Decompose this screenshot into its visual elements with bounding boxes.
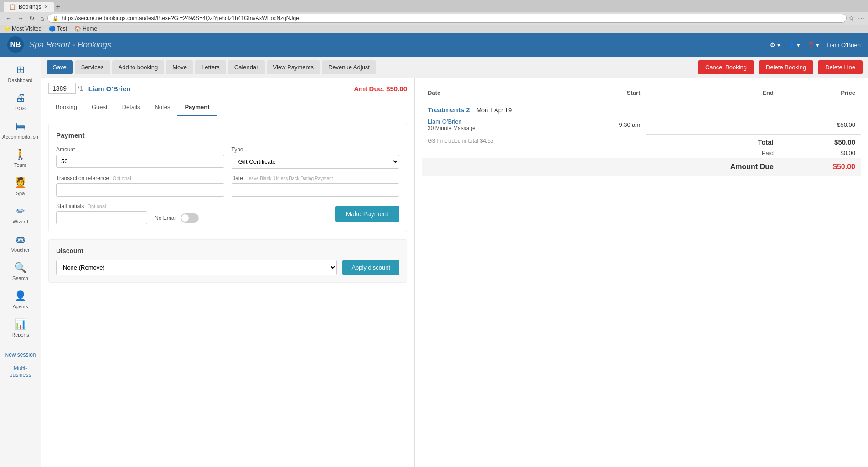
toggle-slider	[181, 213, 199, 223]
booking-guest-link[interactable]: Liam O'Brien	[88, 85, 131, 93]
tab-close-btn[interactable]: ✕	[44, 4, 48, 10]
search-icon: 🔍	[14, 262, 26, 274]
paid-row: Paid $0.00	[422, 148, 861, 158]
sidebar-new-session[interactable]: New session	[0, 349, 41, 361]
apply-discount-button[interactable]: Apply discount	[342, 260, 399, 275]
guest-service-row: Liam O'Brien 30 Minute Massage 9:30 am $…	[422, 115, 861, 134]
bookmark-most-visited[interactable]: ⭐ Most Visited	[4, 26, 41, 32]
view-payments-button[interactable]: View Payments	[267, 60, 320, 74]
url-text: https://secure.netbookings.com.au/test/B…	[62, 15, 842, 21]
letters-button[interactable]: Letters	[195, 60, 226, 74]
top-navbar: NB Spa Resort - Bookings ⚙ ▾ 👤 ▾ ❓ ▾ Lia…	[0, 33, 868, 57]
sidebar-label-accommodation: Accommodation	[2, 134, 38, 140]
left-panel: 1389 /1 Liam O'Brien Amt Due: $50.00 Boo…	[41, 78, 415, 467]
sidebar: ⊞ Dashboard 🖨 POS 🛏 Accommodation 🚶 Tour…	[0, 57, 41, 467]
sidebar-multi-business[interactable]: Multi-business	[0, 363, 41, 381]
col-price: Price	[779, 86, 861, 100]
col-end: End	[646, 86, 779, 100]
add-to-booking-button[interactable]: Add to booking	[112, 60, 165, 74]
type-select[interactable]: Gift Certificate Cash Credit Card Vouche…	[232, 155, 400, 169]
guest-name-link[interactable]: Liam O'Brien	[428, 118, 561, 125]
sidebar-item-search[interactable]: 🔍 Search	[0, 258, 41, 285]
revenue-adjust-button[interactable]: Revenue Adjust	[322, 60, 376, 74]
app-logo: NB	[7, 36, 24, 53]
discount-title: Discount	[56, 247, 399, 254]
paid-value: $0.00	[779, 148, 861, 158]
staff-initials-input[interactable]	[56, 211, 147, 224]
save-button[interactable]: Save	[46, 60, 73, 74]
user-icon[interactable]: 👤 ▾	[788, 42, 800, 48]
voucher-icon: 🎟	[16, 234, 26, 245]
no-email-group: No Email	[155, 213, 199, 223]
date-group: Date Leave Blank, Unless Back Dating Pay…	[232, 175, 400, 197]
tab-payment[interactable]: Payment	[177, 99, 217, 116]
user-name: Liam O'Brien	[827, 42, 861, 48]
bookmark-test[interactable]: 🔵 Test	[49, 26, 67, 32]
tab-details[interactable]: Details	[115, 99, 148, 116]
help-icon[interactable]: ❓ ▾	[807, 42, 820, 48]
sidebar-label-voucher: Voucher	[11, 247, 29, 253]
action-bar: Save Services Add to booking Move Letter…	[41, 57, 868, 78]
action-bar-right: Cancel Booking Delete Booking Delete Lin…	[696, 60, 863, 74]
app-container: ⊞ Dashboard 🖨 POS 🛏 Accommodation 🚶 Tour…	[0, 57, 868, 467]
address-bar[interactable]: 🔒 https://secure.netbookings.com.au/test…	[47, 14, 847, 23]
delete-line-button[interactable]: Delete Line	[818, 60, 863, 74]
amount-input[interactable]	[56, 155, 224, 168]
agents-icon: 👤	[14, 290, 26, 302]
browser-tab-1[interactable]: 📋 Bookings ✕	[4, 2, 54, 12]
sidebar-label-pos: POS	[15, 106, 26, 111]
sidebar-item-wizard[interactable]: ✏ Wizard	[0, 202, 41, 228]
services-button[interactable]: Services	[75, 60, 110, 74]
paid-label: Paid	[646, 148, 779, 158]
sidebar-item-accommodation[interactable]: 🛏 Accommodation	[0, 117, 41, 143]
no-email-toggle[interactable]	[181, 213, 199, 223]
staff-group: Staff initials Optional	[56, 203, 147, 224]
discount-select[interactable]: None (Remove) 10% 15% 20%	[56, 260, 337, 275]
bookmark-home[interactable]: 🏠 Home	[74, 26, 97, 32]
tab-booking[interactable]: Booking	[48, 99, 84, 116]
sidebar-item-voucher[interactable]: 🎟 Voucher	[0, 230, 41, 256]
date-input[interactable]	[232, 183, 400, 197]
sidebar-item-pos[interactable]: 🖨 POS	[0, 88, 41, 115]
booking-tabs: Booking Guest Details Notes Payment	[41, 99, 414, 116]
delete-booking-button[interactable]: Delete Booking	[759, 60, 813, 74]
move-button[interactable]: Move	[166, 60, 193, 74]
sidebar-item-reports[interactable]: 📊 Reports	[0, 315, 41, 341]
date-label: Date Leave Blank, Unless Back Dating Pay…	[232, 175, 400, 182]
bookmark-star-icon[interactable]: ☆	[848, 15, 854, 22]
transaction-input[interactable]	[56, 183, 224, 197]
sidebar-label-wizard: Wizard	[12, 219, 28, 224]
forward-btn[interactable]: →	[16, 14, 26, 23]
discount-section: Discount None (Remove) 10% 15% 20% Apply…	[48, 239, 407, 283]
sidebar-item-agents[interactable]: 👤 Agents	[0, 286, 41, 313]
type-label: Type	[232, 146, 400, 153]
type-group: Type Gift Certificate Cash Credit Card V…	[232, 146, 400, 169]
booking-header: 1389 /1 Liam O'Brien Amt Due: $50.00	[41, 78, 414, 99]
lock-icon: 🔒	[52, 16, 59, 21]
cancel-booking-button[interactable]: Cancel Booking	[698, 60, 754, 74]
total-value-cell: $50.00	[779, 134, 861, 148]
sidebar-item-tours[interactable]: 🚶 Tours	[0, 145, 41, 171]
new-tab-button[interactable]: +	[56, 3, 60, 11]
amount-type-row: Amount Type Gift Certificate Cash Credit…	[56, 146, 399, 169]
service-price: $50.00	[779, 115, 861, 134]
calendar-button[interactable]: Calendar	[228, 60, 265, 74]
main-content: Save Services Add to booking Move Letter…	[41, 57, 868, 467]
sidebar-item-spa[interactable]: 💆 Spa	[0, 173, 41, 200]
menu-icon[interactable]: ⋯	[858, 15, 864, 22]
wizard-icon: ✏	[16, 205, 25, 217]
make-payment-button[interactable]: Make Payment	[335, 206, 399, 222]
home-btn[interactable]: ⌂	[38, 14, 46, 23]
back-btn[interactable]: ←	[4, 14, 14, 23]
tab-guest[interactable]: Guest	[84, 99, 115, 116]
reload-btn[interactable]: ↻	[27, 14, 36, 23]
tab-notes[interactable]: Notes	[147, 99, 177, 116]
payment-title: Payment	[56, 131, 399, 139]
transaction-label: Transaction reference Optional	[56, 175, 224, 182]
sidebar-label-agents: Agents	[12, 304, 28, 309]
reports-icon: 📊	[14, 318, 26, 330]
sidebar-item-dashboard[interactable]: ⊞ Dashboard	[0, 60, 41, 87]
payment-section: Payment Amount Type Gift Certificate Cas	[48, 124, 407, 232]
settings-icon[interactable]: ⚙ ▾	[770, 42, 780, 48]
col-start: Start	[566, 86, 646, 100]
